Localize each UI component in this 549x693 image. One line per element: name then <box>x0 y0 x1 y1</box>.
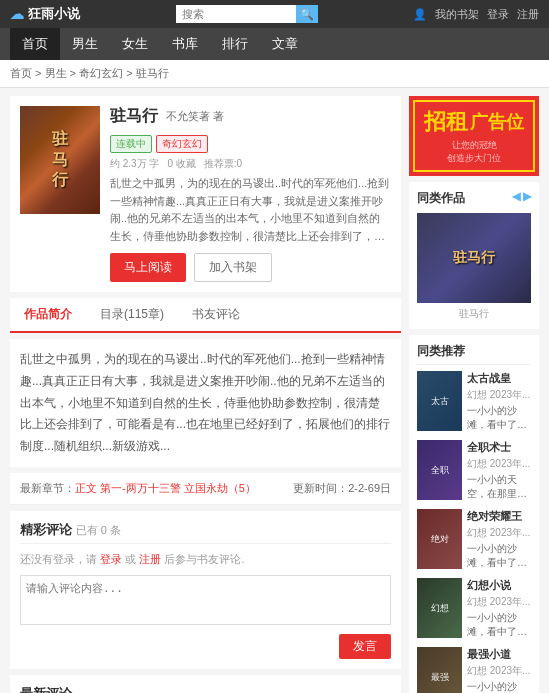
breadcrumb-category[interactable]: 奇幻玄幻 <box>79 67 123 79</box>
rec-book-5-info: 最强小道 幻想 2023年... 一小小的沙滩，看中了遮阳大伞，三人不时下了..… <box>467 647 531 693</box>
breadcrumb-home[interactable]: 首页 <box>10 67 32 79</box>
comment-input[interactable] <box>20 575 391 625</box>
tab-intro-content: 乱世之中孤男，为的现在的马谡出..时代的军死他们...抢到一些精神情趣...真真… <box>10 339 401 467</box>
rec-cover-1: 太古 <box>417 371 462 431</box>
latest-chapter-section: 最新章节：正文 第一-两万十三警 立国永劫（5） 更新时间：2-2-69日 <box>10 473 401 505</box>
search-button[interactable]: 🔍 <box>296 5 318 23</box>
content-tabs: 作品简介 目录(115章) 书友评论 <box>10 298 401 333</box>
rec-cover-3: 绝对 <box>417 509 462 569</box>
ad-inner: 招租 广告位 让您的冠绝 创造步大门位 <box>413 100 535 172</box>
site-name: 狂雨小说 <box>28 5 80 23</box>
rec-book-2-meta: 幻想 2023年... <box>467 457 531 471</box>
comment-title: 精彩评论 已有 0 条 <box>20 521 391 544</box>
rec-book-5-title[interactable]: 最强小道 <box>467 647 531 662</box>
book-actions: 马上阅读 加入书架 <box>110 253 391 282</box>
book-details: 驻马行 不允笑著 著 连载中 奇幻玄幻 约 2.3万 字 0 收藏 推荐票:0 … <box>110 106 391 282</box>
nav-library[interactable]: 书库 <box>160 28 210 60</box>
rec-book-1-info: 太古战皇 幻想 2023年... 一小小的沙滩，看中了遮阳大伞，三人不时下了..… <box>467 371 531 432</box>
latest-update-time: 更新时间：2-2-69日 <box>293 481 391 496</box>
comment-submit-button[interactable]: 发言 <box>339 634 391 659</box>
rec-book-3-desc: 一小小的沙滩，看中了遮阳大伞，三人不时下了... <box>467 542 531 570</box>
comment-title-text: 精彩评论 <box>20 522 72 537</box>
add-shelf-button[interactable]: 加入书架 <box>194 253 272 282</box>
tab-comments[interactable]: 书友评论 <box>178 298 254 331</box>
site-logo: ☁ 狂雨小说 <box>10 5 80 23</box>
rec-book-1-meta: 幻想 2023年... <box>467 388 531 402</box>
rec-book-4-info: 幻想小说 幻想 2023年... 一小小的沙滩，看中了遮阳大伞，三人不时下了..… <box>467 578 531 639</box>
latest-comment-title: 最新评论 <box>20 685 391 693</box>
ad-text-guanggao: 广告位 <box>470 110 524 134</box>
ad-banner: 招租 广告位 让您的冠绝 创造步大门位 <box>409 96 539 176</box>
rec-book-1-title[interactable]: 太古战皇 <box>467 371 531 386</box>
nav-article[interactable]: 文章 <box>260 28 310 60</box>
current-work-title: 同类作品 ◀ ▶ <box>417 190 531 207</box>
book-cover-title: 驻马行 <box>52 129 68 191</box>
logo-cloud-icon: ☁ <box>10 6 24 22</box>
comment-count: 已有 0 条 <box>76 524 121 536</box>
comment-login-prompt: 还没有登录，请 登录 或 注册 后参与书友评论. <box>20 552 391 567</box>
recommended-section: 同类推荐 太古 太古战皇 幻想 2023年... 一小小的沙滩，看中了遮阳大伞，… <box>409 335 539 693</box>
search-bar: 🔍 <box>176 5 318 23</box>
rec-book-3-title[interactable]: 绝对荣耀王 <box>467 509 531 524</box>
nav-female[interactable]: 女生 <box>110 28 160 60</box>
book-cover: 驻马行 <box>20 106 100 214</box>
comment-input-area <box>20 575 391 628</box>
rec-book-4: 幻想 幻想小说 幻想 2023年... 一小小的沙滩，看中了遮阳大伞，三人不时下… <box>417 578 531 639</box>
rec-cover-5: 最强 <box>417 647 462 693</box>
rec-book-2: 全职 全职术士 幻想 2023年... 一小小的天空，在那里的地上的沙滩，三人不… <box>417 440 531 501</box>
rec-book-3-info: 绝对荣耀王 幻想 2023年... 一小小的沙滩，看中了遮阳大伞，三人不时下了.… <box>467 509 531 570</box>
comment-login-link[interactable]: 登录 <box>100 553 122 565</box>
recommended-label: 同类推荐 <box>417 343 465 360</box>
nav-male[interactable]: 男生 <box>60 28 110 60</box>
rec-book-4-meta: 幻想 2023年... <box>467 595 531 609</box>
rec-cover-4: 幻想 <box>417 578 462 638</box>
search-input[interactable] <box>176 5 296 23</box>
stat-popularity: 推荐票:0 <box>204 157 242 171</box>
rec-book-1: 太古 太古战皇 幻想 2023年... 一小小的沙滩，看中了遮阳大伞，三人不时下… <box>417 371 531 432</box>
current-work-label: 同类作品 <box>417 190 465 207</box>
stat-favorites: 0 收藏 <box>167 157 195 171</box>
rec-book-5-desc: 一小小的沙滩，看中了遮阳大伞，三人不时下了... <box>467 680 531 693</box>
rec-cover-2: 全职 <box>417 440 462 500</box>
rec-book-3-meta: 幻想 2023年... <box>467 526 531 540</box>
rec-book-1-desc: 一小小的沙滩，看中了遮阳大伞，三人不时下了... <box>467 404 531 432</box>
register-link[interactable]: 注册 <box>517 7 539 22</box>
main-content: 驻马行 驻马行 不允笑著 著 连载中 奇幻玄幻 约 2.3万 字 0 收藏 推荐… <box>0 88 549 693</box>
content-area: 驻马行 驻马行 不允笑著 著 连载中 奇幻玄幻 约 2.3万 字 0 收藏 推荐… <box>10 96 401 693</box>
bookshelf-link[interactable]: 我的书架 <box>435 7 479 22</box>
ad-text-sub2: 创造步大门位 <box>447 152 501 165</box>
recommended-title: 同类推荐 <box>417 343 531 365</box>
rec-book-3: 绝对 绝对荣耀王 幻想 2023年... 一小小的沙滩，看中了遮阳大伞，三人不时… <box>417 509 531 570</box>
current-work-cover: 驻马行 <box>417 213 531 303</box>
rec-book-2-title[interactable]: 全职术士 <box>467 440 531 455</box>
tag-status: 连载中 <box>110 135 152 153</box>
latest-chapter-label: 最新章节：正文 第一-两万十三警 立国永劫（5） <box>20 481 256 496</box>
book-author: 不允笑著 著 <box>166 109 224 124</box>
book-info: 驻马行 驻马行 不允笑著 著 连载中 奇幻玄幻 约 2.3万 字 0 收藏 推荐… <box>10 96 401 292</box>
read-button[interactable]: 马上阅读 <box>110 253 186 282</box>
nav-ranking[interactable]: 排行 <box>210 28 260 60</box>
book-cover-image: 驻马行 <box>20 106 100 214</box>
book-stats: 约 2.3万 字 0 收藏 推荐票:0 <box>110 157 391 171</box>
user-avatar-icon: 👤 <box>413 8 427 21</box>
login-link[interactable]: 登录 <box>487 7 509 22</box>
latest-chapter-link[interactable]: 正文 第一-两万十三警 立国永劫（5） <box>75 482 256 494</box>
current-work-nav: ◀ ▶ <box>512 190 531 207</box>
rec-book-4-title[interactable]: 幻想小说 <box>467 578 531 593</box>
breadcrumb-male[interactable]: 男生 <box>45 67 67 79</box>
breadcrumb: 首页 > 男生 > 奇幻玄幻 > 驻马行 <box>0 60 549 88</box>
rec-book-5: 最强 最强小道 幻想 2023年... 一小小的沙滩，看中了遮阳大伞，三人不时下… <box>417 647 531 693</box>
ad-text-sub1: 让您的冠绝 <box>452 139 497 152</box>
breadcrumb-current: 驻马行 <box>136 67 169 79</box>
book-description: 乱世之中孤男，为的现在的马谡出..时代的军死他们...抢到一些精神情趣...真真… <box>110 175 391 245</box>
rec-book-4-desc: 一小小的沙滩，看中了遮阳大伞，三人不时下了... <box>467 611 531 639</box>
comment-section: 精彩评论 已有 0 条 还没有登录，请 登录 或 注册 后参与书友评论. 发言 <box>10 511 401 669</box>
tab-catalog[interactable]: 目录(115章) <box>86 298 178 331</box>
nav-home[interactable]: 首页 <box>10 28 60 60</box>
current-work-book-name: 驻马行 <box>417 307 531 321</box>
intro-text: 乱世之中孤男，为的现在的马谡出..时代的军死他们...抢到一些精神情趣...真真… <box>20 349 391 457</box>
comment-register-link[interactable]: 注册 <box>139 553 161 565</box>
tag-genre: 奇幻玄幻 <box>156 135 208 153</box>
tab-intro[interactable]: 作品简介 <box>10 298 86 333</box>
comment-submit-area: 发言 <box>20 634 391 659</box>
